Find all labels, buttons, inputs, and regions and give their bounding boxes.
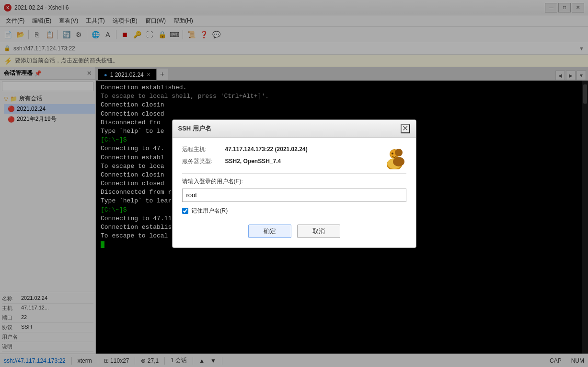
modal-host-label: 远程主机:	[182, 145, 225, 154]
modal-close-button[interactable]: ✕	[401, 124, 410, 133]
modal-cancel-button[interactable]: 取消	[297, 225, 340, 238]
modal-title: SSH 用户名	[178, 124, 211, 133]
modal-body: 远程主机: 47.117.124.173:22 (2021.02.24) 服务器…	[173, 138, 416, 248]
modal-title-bar: SSH 用户名 ✕	[173, 120, 416, 138]
ssh-username-dialog: SSH 用户名 ✕ 远程主机: 47.117.124.173:22 (2021.…	[172, 119, 416, 248]
modal-buttons: 确定 取消	[182, 225, 406, 240]
user-avatar	[382, 145, 406, 169]
modal-server-value: SSH2, OpenSSH_7.4	[225, 158, 281, 165]
svg-point-6	[395, 149, 403, 156]
modal-confirm-button[interactable]: 确定	[248, 225, 291, 238]
modal-info-fields: 远程主机: 47.117.124.173:22 (2021.02.24) 服务器…	[182, 145, 378, 169]
svg-point-7	[393, 157, 404, 166]
modal-username-label: 请输入登录的用户名(E):	[182, 178, 406, 186]
modal-server-row: 服务器类型: SSH2, OpenSSH_7.4	[182, 157, 378, 166]
modal-remember-label[interactable]: 记住用户名(R)	[191, 207, 228, 215]
modal-remember-row: 记住用户名(R)	[182, 207, 406, 215]
modal-host-value: 47.117.124.173:22 (2021.02.24)	[225, 146, 308, 153]
modal-overlay: SSH 用户名 ✕ 远程主机: 47.117.124.173:22 (2021.…	[0, 0, 588, 367]
modal-remember-checkbox[interactable]	[182, 208, 188, 214]
modal-host-row: 远程主机: 47.117.124.173:22 (2021.02.24)	[182, 145, 378, 154]
modal-server-label: 服务器类型:	[182, 157, 225, 166]
modal-username-input[interactable]	[182, 189, 406, 202]
modal-divider	[182, 173, 406, 174]
modal-info-section: 远程主机: 47.117.124.173:22 (2021.02.24) 服务器…	[182, 145, 406, 169]
svg-point-4	[392, 153, 393, 154]
